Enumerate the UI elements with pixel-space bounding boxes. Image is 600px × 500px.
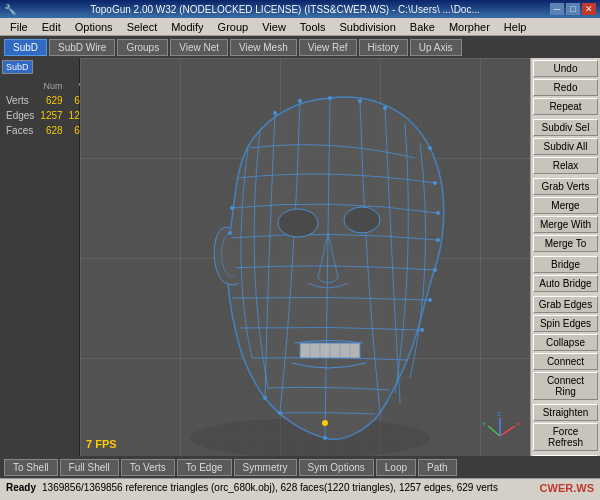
menu-item-edit[interactable]: Edit	[36, 20, 67, 34]
svg-point-13	[273, 111, 277, 115]
titlebar-icon: 🔧	[4, 4, 16, 15]
rpanel-btn-force-refresh[interactable]: Force Refresh	[533, 423, 598, 451]
rpanel-btn-grab-verts[interactable]: Grab Verts	[533, 178, 598, 195]
rpanel-btn-collapse[interactable]: Collapse	[533, 334, 598, 351]
svg-line-29	[500, 426, 515, 436]
close-button[interactable]: ✕	[582, 3, 596, 15]
toolbar-btn-view-net[interactable]: View Net	[170, 39, 228, 56]
svg-text:Z: Z	[497, 411, 501, 417]
col-num: Num	[38, 80, 64, 92]
toolbar-btn-up-axis[interactable]: Up Axis	[410, 39, 462, 56]
btoolbar-btn-symmetry[interactable]: Symmetry	[234, 459, 297, 476]
btoolbar-btn-path[interactable]: Path	[418, 459, 457, 476]
titlebar: 🔧 TopoGun 2.00 W32 (NODELOCKED LICENSE) …	[0, 0, 600, 18]
status-ready-label: Ready	[6, 482, 36, 493]
btoolbar-btn-to-edge[interactable]: To Edge	[177, 459, 232, 476]
rpanel-btn-merge-with[interactable]: Merge With	[533, 216, 598, 233]
maximize-button[interactable]: □	[566, 3, 580, 15]
menu-item-group[interactable]: Group	[212, 20, 255, 34]
svg-point-12	[298, 99, 302, 103]
svg-point-14	[358, 99, 362, 103]
rpanel-btn-merge[interactable]: Merge	[533, 197, 598, 214]
svg-point-24	[278, 411, 282, 415]
rpanel-btn-relax[interactable]: Relax	[533, 157, 598, 174]
svg-point-23	[323, 436, 327, 440]
toolbar-btn-subd[interactable]: SubD	[4, 39, 47, 56]
status-message: 1369856/1369856 reference triangles (orc…	[42, 482, 540, 493]
right-panel: UndoRedoRepeatSubdiv SelSubdiv AllRelaxG…	[530, 58, 600, 456]
fps-label: 7 FPS	[86, 438, 117, 450]
svg-point-27	[230, 206, 234, 210]
rpanel-btn-undo[interactable]: Undo	[533, 60, 598, 77]
stat-num: 628	[38, 124, 64, 137]
btoolbar-btn-sym-options[interactable]: Sym Options	[299, 459, 374, 476]
btoolbar-btn-loop[interactable]: Loop	[376, 459, 416, 476]
menu-item-subdivision[interactable]: Subdivision	[334, 20, 402, 34]
rpanel-btn-merge-to[interactable]: Merge To	[533, 235, 598, 252]
svg-point-3	[278, 209, 318, 237]
svg-point-18	[436, 211, 440, 215]
menu-item-file[interactable]: File	[4, 20, 34, 34]
svg-line-31	[488, 426, 500, 436]
svg-point-22	[420, 328, 424, 332]
left-panel: SubD Num Vis Sel Verts 629 629 0 Edges 1…	[0, 58, 80, 456]
svg-point-21	[428, 298, 432, 302]
main-area: SubD Num Vis Sel Verts 629 629 0 Edges 1…	[0, 58, 600, 456]
svg-point-11	[328, 96, 332, 100]
toolbar-btn-groups[interactable]: Groups	[117, 39, 168, 56]
btoolbar-btn-to-verts[interactable]: To Verts	[121, 459, 175, 476]
btoolbar-btn-full-shell[interactable]: Full Shell	[60, 459, 119, 476]
bottom-toolbar: To ShellFull ShellTo VertsTo EdgeSymmetr…	[0, 456, 600, 478]
menubar: FileEditOptionsSelectModifyGroupViewTool…	[0, 18, 600, 36]
stat-label: Faces	[4, 124, 36, 137]
rpanel-btn-spin-edges[interactable]: Spin Edges	[533, 315, 598, 332]
rpanel-btn-subdiv-sel[interactable]: Subdiv Sel	[533, 119, 598, 136]
stat-num: 1257	[38, 109, 64, 122]
status-watermark: CWER.WS	[540, 482, 594, 494]
toolbar-btn-history[interactable]: History	[359, 39, 408, 56]
toolbar-btn-view-mesh[interactable]: View Mesh	[230, 39, 297, 56]
rpanel-btn-straighten[interactable]: Straighten	[533, 404, 598, 421]
rpanel-btn-redo[interactable]: Redo	[533, 79, 598, 96]
svg-point-25	[263, 396, 267, 400]
svg-point-26	[228, 231, 232, 235]
toolbar: SubDSubD WireGroupsView NetView MeshView…	[0, 36, 600, 58]
svg-point-16	[428, 146, 432, 150]
rpanel-btn-connect-ring[interactable]: Connect Ring	[533, 372, 598, 400]
menu-item-options[interactable]: Options	[69, 20, 119, 34]
svg-point-4	[344, 207, 380, 233]
svg-text:Y: Y	[482, 421, 486, 427]
titlebar-controls: ─ □ ✕	[550, 3, 596, 15]
svg-point-20	[433, 268, 437, 272]
btoolbar-btn-to-shell[interactable]: To Shell	[4, 459, 58, 476]
rpanel-btn-auto-bridge[interactable]: Auto Bridge	[533, 275, 598, 292]
minimize-button[interactable]: ─	[550, 3, 564, 15]
svg-point-15	[383, 106, 387, 110]
titlebar-title: TopoGun 2.00 W32 (NODELOCKED LICENSE) (I…	[90, 4, 480, 15]
menu-item-morpher[interactable]: Morpher	[443, 20, 496, 34]
menu-item-modify[interactable]: Modify	[165, 20, 209, 34]
rpanel-btn-grab-edges[interactable]: Grab Edges	[533, 296, 598, 313]
svg-point-17	[433, 181, 437, 185]
menu-item-view[interactable]: View	[256, 20, 292, 34]
rpanel-btn-subdiv-all[interactable]: Subdiv All	[533, 138, 598, 155]
subd-tab-button[interactable]: SubD	[2, 60, 33, 74]
menu-item-help[interactable]: Help	[498, 20, 533, 34]
axis-indicator: X Y Z	[480, 406, 520, 446]
rpanel-btn-bridge[interactable]: Bridge	[533, 256, 598, 273]
menu-item-bake[interactable]: Bake	[404, 20, 441, 34]
rpanel-btn-connect[interactable]: Connect	[533, 353, 598, 370]
stat-label: Edges	[4, 109, 36, 122]
toolbar-btn-view-ref[interactable]: View Ref	[299, 39, 357, 56]
svg-point-19	[436, 238, 440, 242]
rpanel-btn-repeat[interactable]: Repeat	[533, 98, 598, 115]
svg-text:X: X	[516, 421, 520, 427]
viewport-grid	[80, 58, 530, 456]
statusbar: Ready 1369856/1369856 reference triangle…	[0, 478, 600, 496]
viewport[interactable]: 7 FPS X Y Z	[80, 58, 530, 456]
toolbar-btn-subd-wire[interactable]: SubD Wire	[49, 39, 115, 56]
stat-num: 629	[38, 94, 64, 107]
menu-item-select[interactable]: Select	[121, 20, 164, 34]
menu-item-tools[interactable]: Tools	[294, 20, 332, 34]
rpanel-btn-create-sym[interactable]: Create Sym	[533, 455, 598, 456]
